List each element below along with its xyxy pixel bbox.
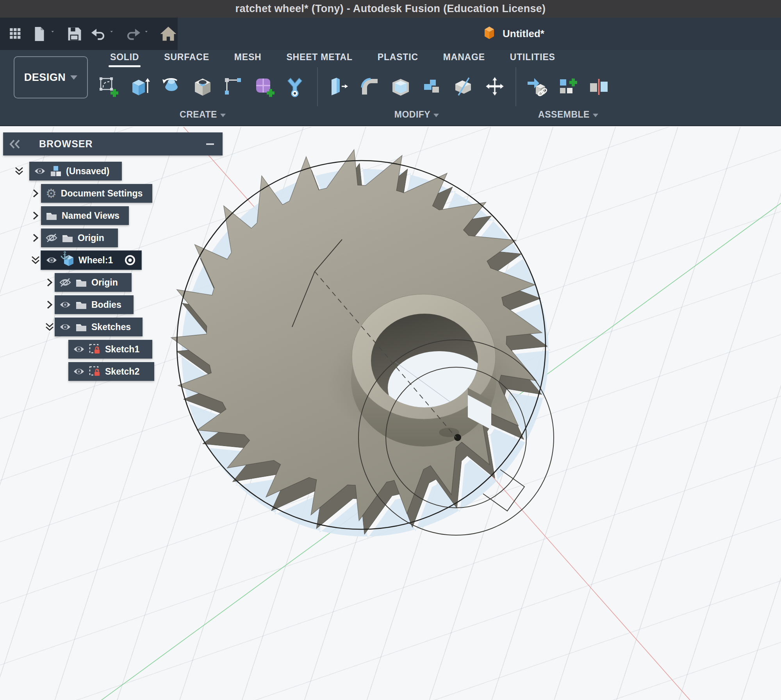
undo-icon[interactable] — [89, 25, 108, 43]
folder-icon — [75, 278, 87, 287]
chevron-collapsed-icon[interactable] — [44, 277, 55, 288]
browser-item-label: (Unsaved) — [66, 166, 109, 177]
sketch-locked-icon — [89, 366, 101, 377]
browser-row-origin[interactable]: Origin — [0, 229, 118, 247]
folder-icon — [62, 233, 73, 243]
minimize-browser-button[interactable] — [206, 143, 214, 145]
browser-row-document-settings[interactable]: ⚙Document Settings — [0, 184, 152, 203]
ribbon-tab-surface[interactable]: SURFACE — [152, 50, 222, 65]
chevron-collapsed-icon[interactable] — [30, 211, 41, 221]
combine-button[interactable] — [421, 75, 444, 98]
fusion-window: ratchet wheel* (Tony) - Autodesk Fusion … — [0, 0, 781, 700]
ribbon-tab-solid[interactable]: SOLID — [98, 50, 152, 65]
ribbon-divider — [317, 67, 318, 106]
eye-slash-icon[interactable] — [59, 278, 71, 287]
ribbon: DESIGN SOLIDSURFACEMESHSHEET METALPLASTI… — [0, 50, 781, 126]
folder-icon — [75, 300, 87, 309]
browser-header: BROWSER — [3, 132, 223, 155]
eye-icon[interactable] — [59, 300, 71, 309]
eye-icon[interactable] — [73, 345, 85, 354]
folder-icon — [46, 211, 57, 220]
file-icon[interactable] — [30, 25, 49, 43]
hole-button[interactable] — [191, 75, 214, 98]
group-label-assemble[interactable]: ASSEMBLE — [526, 109, 611, 120]
joint-origin-button[interactable] — [285, 75, 308, 98]
extrude-button[interactable] — [129, 75, 152, 98]
ribbon-divider — [515, 67, 516, 106]
chevron-down-icon — [220, 114, 226, 117]
assembly-icon — [50, 166, 62, 177]
browser-title: BROWSER — [39, 138, 93, 150]
activate-component-radio[interactable] — [124, 254, 136, 266]
revolve-button[interactable] — [160, 75, 183, 98]
browser-row--unsaved-[interactable]: (Unsaved) — [0, 162, 122, 180]
file-caret-icon[interactable] — [50, 25, 60, 43]
workspace-label: DESIGN — [24, 71, 66, 84]
ribbon-tab-utilities[interactable]: UTILITIES — [497, 50, 568, 65]
sketch-origin-point[interactable] — [454, 434, 461, 441]
workspace-selector[interactable]: DESIGN — [14, 56, 88, 98]
ribbon-groups: CREATEMODIFYASSEMBLE — [98, 67, 611, 120]
browser-item-label: Origin — [78, 233, 104, 243]
document-cube-icon — [481, 25, 498, 43]
save-icon[interactable] — [65, 25, 84, 43]
chevron-expanded-icon[interactable] — [13, 166, 25, 176]
eye-icon[interactable] — [34, 167, 46, 175]
press-pull-button[interactable] — [327, 75, 350, 98]
browser-item-label: Document Settings — [61, 188, 143, 199]
chevron-collapsed-icon[interactable] — [30, 188, 41, 198]
group-label-modify[interactable]: MODIFY — [327, 109, 506, 120]
eye-slash-icon[interactable] — [46, 233, 57, 243]
form-button[interactable] — [254, 75, 276, 98]
browser-item-label: Sketch2 — [105, 366, 139, 377]
browser-row-wheel-1[interactable]: ⚓Wheel:1 — [0, 251, 141, 270]
eye-icon[interactable] — [73, 367, 85, 376]
browser-row-origin[interactable]: Origin — [0, 273, 132, 292]
browser-item-label: Named Views — [62, 211, 119, 221]
chevron-collapsed-icon[interactable] — [30, 233, 41, 243]
home-icon[interactable] — [159, 25, 178, 43]
undo-caret-icon[interactable] — [109, 25, 119, 43]
folder-icon — [75, 322, 87, 332]
browser-item-label: Sketch1 — [105, 344, 139, 355]
document-tab-strip: Untitled* — [178, 18, 781, 50]
browser-item-label: Origin — [91, 277, 118, 288]
ribbon-tab-manage[interactable]: MANAGE — [431, 50, 497, 65]
move-button[interactable] — [483, 75, 506, 98]
group-label-create[interactable]: CREATE — [98, 109, 308, 120]
browser-row-sketch1[interactable]: Sketch1 — [0, 340, 152, 359]
ribbon-tab-mesh[interactable]: MESH — [222, 50, 274, 65]
redo-icon[interactable] — [124, 25, 143, 43]
browser-row-named-views[interactable]: Named Views — [0, 206, 129, 225]
viewport-3d[interactable]: BROWSER (Unsaved)⚙Document SettingsNamed… — [0, 127, 781, 700]
redo-caret-icon[interactable] — [144, 25, 153, 43]
document-tab-label: Untitled* — [503, 28, 544, 40]
chevron-expanded-icon[interactable] — [44, 322, 55, 332]
sketch-locked-icon — [89, 344, 101, 355]
eye-icon[interactable] — [59, 323, 71, 331]
browser-row-sketch2[interactable]: Sketch2 — [0, 362, 154, 381]
ribbon-tab-sheet-metal[interactable]: SHEET METAL — [274, 50, 365, 65]
create-sketch-button[interactable] — [98, 75, 120, 98]
app-grid-icon[interactable] — [6, 25, 25, 43]
joint-button[interactable] — [588, 75, 611, 98]
browser-item-label: Sketches — [91, 322, 131, 332]
collapse-panel-icon[interactable] — [9, 139, 22, 149]
insert-button[interactable] — [526, 75, 548, 98]
quick-access-toolbar — [0, 18, 178, 50]
fillet-button[interactable] — [358, 75, 381, 98]
shell-button[interactable] — [390, 75, 412, 98]
split-body-button[interactable] — [452, 75, 475, 98]
browser-row-sketches[interactable]: Sketches — [0, 318, 143, 336]
dimension-button[interactable] — [223, 75, 245, 98]
ribbon-tab-plastic[interactable]: PLASTIC — [365, 50, 431, 65]
new-component-button[interactable] — [557, 75, 580, 98]
chevron-collapsed-icon[interactable] — [44, 300, 55, 310]
browser-item-label: Bodies — [91, 300, 121, 310]
document-tab[interactable]: Untitled* — [414, 25, 544, 43]
eye-icon[interactable] — [46, 256, 57, 264]
browser-row-bodies[interactable]: Bodies — [0, 295, 134, 314]
top-bar: Untitled* — [0, 18, 781, 50]
ribbon-group-modify: MODIFY — [327, 67, 506, 120]
chevron-expanded-icon[interactable] — [30, 255, 41, 265]
